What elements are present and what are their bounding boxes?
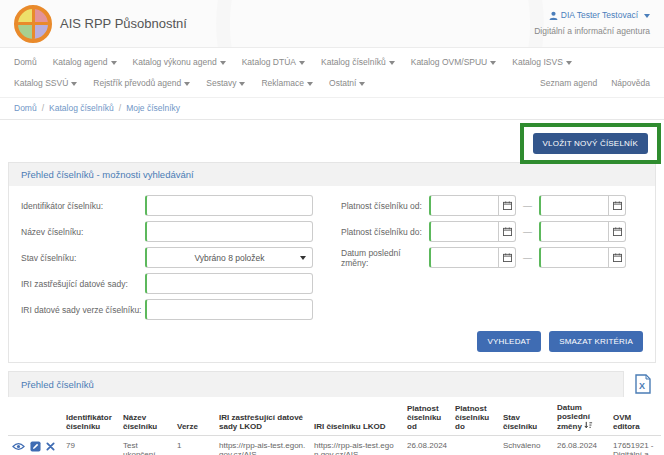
breadcrumb-katalog-ciselniku[interactable]: Katalog číselníků xyxy=(49,103,114,113)
platnost-od-from-input[interactable] xyxy=(429,195,499,216)
app-header: AIS RPP Působnostní DIA Tester Testovací… xyxy=(0,0,664,48)
col-identifikator: Identifikátor číselníku xyxy=(62,397,119,436)
cell-iri-sady: https://rpp-ais-test.egon.gov.cz/AIS... xyxy=(215,436,310,455)
svg-text:X: X xyxy=(639,381,645,391)
chevron-down-icon xyxy=(566,61,572,65)
table-header-row: Identifikátor číselníku Název číselníku … xyxy=(8,397,661,436)
calendar-icon[interactable] xyxy=(499,247,516,268)
calendar-icon[interactable] xyxy=(609,221,626,242)
range-separator: — xyxy=(523,201,532,211)
col-actions xyxy=(8,397,62,436)
clear-criteria-button[interactable]: SMAZAT KRITÉRIA xyxy=(549,331,643,352)
chevron-down-icon xyxy=(111,61,117,65)
cell-platnost-od: 26.08.2024 xyxy=(403,436,451,455)
datum-zmeny-to-input[interactable] xyxy=(539,247,609,268)
iri-verze-input[interactable] xyxy=(145,299,313,320)
iri-sady-input[interactable] xyxy=(145,273,313,294)
user-menu[interactable]: DIA Tester Testovací xyxy=(549,9,650,22)
nav-katalog-vykonu-agend[interactable]: Katalog výkonu agend xyxy=(133,57,226,67)
search-button[interactable]: VYHLEDAT xyxy=(477,331,540,352)
identifikator-label: Identifikátor číselníku: xyxy=(21,201,145,211)
search-panel: Přehled číselníků - možnosti vyhledávání… xyxy=(8,162,656,363)
col-iri-sady: IRI zastřešující datové sady LKOD xyxy=(215,397,310,436)
cell-stav: Schváleno xyxy=(499,436,553,455)
breadcrumb-moje-ciselniky[interactable]: Moje číselníky xyxy=(126,103,180,113)
results-header: Přehled číselníků X xyxy=(8,371,656,397)
chevron-down-icon xyxy=(220,61,226,65)
sort-icon xyxy=(584,421,593,430)
stav-select[interactable]: Vybráno 8 položek xyxy=(145,247,313,268)
calendar-icon[interactable] xyxy=(609,195,626,216)
nav-katalog-dtua[interactable]: Katalog DTÚA xyxy=(242,57,305,67)
calendar-icon[interactable] xyxy=(499,221,516,242)
calendar-icon[interactable] xyxy=(609,247,626,268)
iri-verze-label: IRI datové sady verze číselníku: xyxy=(21,305,145,315)
cell-verze: 1 xyxy=(173,436,215,455)
results-table: Identifikátor číselníku Název číselníku … xyxy=(8,397,661,455)
platnost-do-from-input[interactable] xyxy=(429,221,499,242)
identifikator-input[interactable] xyxy=(145,195,313,216)
app-title: AIS RPP Působnostní xyxy=(60,16,187,31)
user-icon xyxy=(549,11,558,20)
platnost-od-to-input[interactable] xyxy=(539,195,609,216)
search-form-left-column: Identifikátor číselníku: Název číselníku… xyxy=(21,195,341,325)
chevron-down-icon xyxy=(359,82,365,86)
breadcrumb-domu[interactable]: Domů xyxy=(14,103,37,113)
green-highlight-annotation: VLOŽIT NOVÝ ČÍSELNÍK xyxy=(520,123,661,164)
nav-seznam-agend[interactable]: Seznam agend xyxy=(540,78,597,88)
row-actions xyxy=(8,436,62,455)
nav-domu[interactable]: Domů xyxy=(14,57,37,67)
nav-katalog-ssvu[interactable]: Katalog SSVÚ xyxy=(14,78,77,88)
nav-sestavy[interactable]: Sestavy xyxy=(206,78,245,88)
col-verze: Verze xyxy=(173,397,215,436)
range-separator: — xyxy=(523,227,532,237)
nav-katalog-agend[interactable]: Katalog agend xyxy=(53,57,117,67)
cell-datum-zmeny: 26.08.2024 xyxy=(553,436,609,455)
calendar-icon[interactable] xyxy=(499,195,516,216)
breadcrumb: Domů / Katalog číselníků / Moje číselník… xyxy=(0,97,664,120)
datum-zmeny-label: Datum poslední změny: xyxy=(341,248,429,268)
nazev-input[interactable] xyxy=(145,221,313,242)
col-platnost-do: Platnost číselníku do xyxy=(451,397,499,436)
results-panel: Přehled číselníků X Identifikátor číseln… xyxy=(8,371,656,455)
edit-icon[interactable] xyxy=(30,441,41,454)
app-logo xyxy=(14,5,52,43)
chevron-down-icon xyxy=(299,61,305,65)
cell-nazev: Test ukončení číselníku v souboru číseln… xyxy=(119,436,173,455)
nav-reklamace[interactable]: Reklamace xyxy=(261,78,313,88)
nav-katalog-ovm-spuu[interactable]: Katalog OVM/SPUU xyxy=(411,57,497,67)
platnost-od-from-group xyxy=(429,195,516,216)
nav-rejstrik-prevodu-agend[interactable]: Rejstřík převodů agend xyxy=(93,78,190,88)
chevron-down-icon xyxy=(490,61,496,65)
nav-napoveda[interactable]: Nápověda xyxy=(611,78,650,88)
main-nav-row2: Katalog SSVÚ Rejstřík převodů agend Sest… xyxy=(0,74,664,97)
breadcrumb-separator: / xyxy=(119,103,121,113)
cell-platnost-do xyxy=(451,436,499,455)
view-icon[interactable] xyxy=(12,442,25,453)
excel-export-icon[interactable]: X xyxy=(630,371,656,397)
datum-zmeny-from-input[interactable] xyxy=(429,247,499,268)
breadcrumb-separator: / xyxy=(42,103,44,113)
platnost-do-to-group xyxy=(539,221,626,242)
chevron-down-icon xyxy=(239,82,245,86)
stav-select-value: Vybráno 8 položek xyxy=(194,253,264,263)
nav-ostatni[interactable]: Ostatní xyxy=(329,78,365,88)
search-panel-title: Přehled číselníků - možnosti vyhledávání xyxy=(9,163,655,186)
chevron-down-icon xyxy=(644,14,650,18)
search-form: Identifikátor číselníku: Název číselníku… xyxy=(9,186,655,329)
insert-new-ciselnik-button[interactable]: VLOŽIT NOVÝ ČÍSELNÍK xyxy=(533,133,648,154)
chevron-down-icon xyxy=(307,82,313,86)
chevron-down-icon xyxy=(184,82,190,86)
delete-icon[interactable] xyxy=(46,442,55,453)
platnost-do-to-input[interactable] xyxy=(539,221,609,242)
col-iri-ciselniku: IRI číselníku LKOD xyxy=(310,397,403,436)
iri-sady-label: IRI zastřešující datové sady: xyxy=(21,279,145,289)
col-datum-zmeny[interactable]: Datum poslední změny xyxy=(553,397,609,436)
results-panel-title: Přehled číselníků xyxy=(8,371,624,397)
chevron-down-icon xyxy=(389,61,395,65)
nav-katalog-ciselniku[interactable]: Katalog číselníků xyxy=(321,57,395,67)
chevron-down-icon xyxy=(300,256,306,260)
nav-katalog-isvs[interactable]: Katalog ISVS xyxy=(512,57,572,67)
search-form-buttons: VYHLEDAT SMAZAT KRITÉRIA xyxy=(9,329,655,362)
col-platnost-od: Platnost číselníku od xyxy=(403,397,451,436)
